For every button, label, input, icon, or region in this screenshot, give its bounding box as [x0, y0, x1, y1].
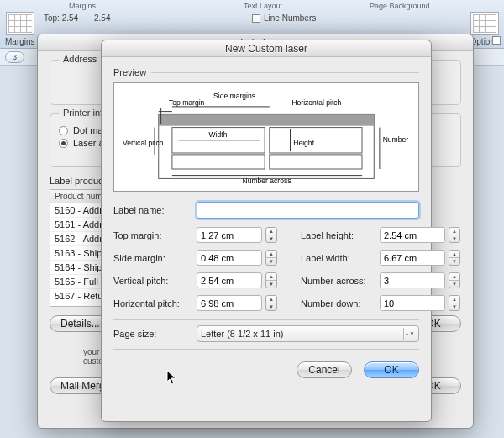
- top-margin-stepper[interactable]: ▲▼: [265, 227, 277, 243]
- number-down-label: Number down:: [301, 298, 376, 309]
- margins-button-label: Margins: [5, 37, 35, 46]
- radio-icon: [59, 139, 68, 148]
- svg-text:Vertical pitch: Vertical pitch: [123, 139, 164, 147]
- label-height-stepper[interactable]: ▲▼: [449, 227, 460, 243]
- top-margin-value: 2.54: [62, 13, 78, 23]
- svg-rect-5: [270, 155, 362, 169]
- bottom-margin-value: 2.54: [94, 13, 110, 23]
- preview-label: Preview: [113, 67, 146, 77]
- svg-text:Number across: Number across: [243, 177, 291, 185]
- page-size-select[interactable]: Letter (8 1/2 x 11 in) ▲▼: [197, 325, 419, 342]
- label-preview-diagram: Width Height Top margin Side margins Hor…: [113, 82, 419, 192]
- svg-text:Number down: Number down: [383, 135, 410, 144]
- margins-button[interactable]: Margins: [5, 12, 35, 46]
- vertical-pitch-stepper[interactable]: ▲▼: [265, 272, 277, 288]
- horizontal-pitch-stepper[interactable]: ▲▼: [265, 295, 277, 311]
- new-custom-laser-dialog: New Custom laser Preview Width Height: [101, 40, 432, 422]
- radio-icon: [59, 126, 68, 135]
- svg-text:Top margin: Top margin: [169, 98, 205, 107]
- label-height-input[interactable]: [380, 227, 445, 243]
- svg-text:Height: Height: [293, 139, 314, 147]
- ribbon-group-margins: Margins: [69, 2, 96, 10]
- cancel-button[interactable]: Cancel: [297, 361, 352, 378]
- line-numbers-checkbox[interactable]: [252, 14, 260, 23]
- svg-rect-4: [172, 155, 265, 169]
- ribbon-group-page-bg: Page Background: [370, 2, 430, 10]
- top-margin-label: Top: 2.54: [44, 13, 78, 23]
- top-margin-input[interactable]: [197, 227, 262, 243]
- label-name-label: Label name:: [113, 205, 193, 215]
- svg-text:Side margins: Side margins: [213, 92, 255, 100]
- horizontal-pitch-label: Horizontal pitch:: [113, 298, 193, 309]
- divider: [151, 72, 419, 73]
- svg-text:Width: Width: [209, 130, 228, 139]
- divider: [113, 319, 419, 320]
- label-width-stepper[interactable]: ▲▼: [449, 250, 460, 266]
- options-check-icon: [492, 36, 501, 45]
- top-margin-label: Top margin:: [113, 230, 193, 240]
- svg-rect-1: [159, 114, 375, 125]
- divider: [113, 349, 419, 350]
- side-margin-stepper[interactable]: ▲▼: [265, 250, 277, 266]
- side-margin-input[interactable]: [197, 250, 262, 266]
- label-name-input[interactable]: [197, 202, 419, 219]
- page-size-label: Page size:: [113, 329, 193, 339]
- top-margin-text: Top:: [44, 13, 60, 23]
- margins-icon: [6, 12, 34, 35]
- ribbon-group-text-layout: Text Layout: [244, 2, 282, 10]
- line-numbers-label: Line Numbers: [264, 13, 316, 23]
- updown-icon: ▲▼: [403, 328, 415, 340]
- number-across-label: Number across:: [301, 276, 376, 286]
- label-width-input[interactable]: [380, 250, 445, 266]
- number-across-stepper[interactable]: ▲▼: [449, 272, 460, 288]
- ok-button[interactable]: OK: [364, 361, 419, 378]
- horizontal-pitch-input[interactable]: [197, 295, 262, 311]
- number-down-stepper[interactable]: ▲▼: [449, 295, 460, 311]
- options-button[interactable]: Options: [470, 12, 499, 46]
- ruler-left-pill[interactable]: 3: [5, 51, 24, 63]
- address-group-title: Address: [59, 54, 101, 64]
- vertical-pitch-label: Vertical pitch:: [113, 276, 193, 286]
- svg-text:Horizontal pitch: Horizontal pitch: [291, 98, 341, 107]
- side-margin-label: Side margin:: [113, 253, 193, 263]
- page-size-value: Letter (8 1/2 x 11 in): [201, 329, 283, 339]
- custom-titlebar: New Custom laser: [102, 40, 431, 57]
- options-icon: [470, 12, 499, 35]
- label-height-label: Label height:: [301, 230, 376, 240]
- vertical-pitch-input[interactable]: [197, 272, 262, 288]
- number-across-input[interactable]: [380, 272, 445, 288]
- label-width-label: Label width:: [301, 253, 376, 263]
- svg-rect-3: [270, 128, 362, 153]
- number-down-input[interactable]: [380, 295, 445, 311]
- cursor-icon: [166, 370, 178, 387]
